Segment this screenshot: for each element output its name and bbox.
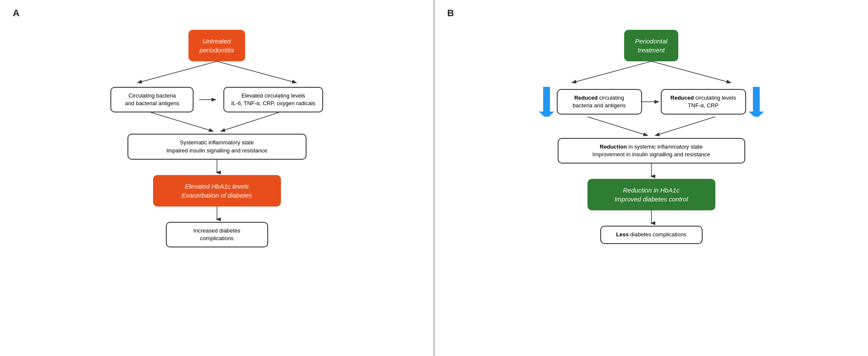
down-arrow-svg-1-a <box>212 160 222 175</box>
periodontal-treatment-box: Periodontal treatment <box>624 30 679 61</box>
circulating-bacteria-text: Circulating bacteriaand bacterial antige… <box>125 92 179 106</box>
panel-a-label: A <box>13 8 20 19</box>
svg-line-4 <box>221 112 279 131</box>
complications-text2-a: complications <box>200 235 234 241</box>
down-arrow-svg-1-b <box>646 164 657 179</box>
svg-line-15 <box>656 117 715 135</box>
svg-marker-10 <box>539 112 554 117</box>
svg-line-3 <box>151 112 213 131</box>
blue-arrow-left-svg <box>539 87 554 117</box>
hba1c-text2-b: Improved diabetes control <box>614 195 688 203</box>
svg-line-0 <box>138 61 217 83</box>
untreated-text1: Untreated <box>203 37 231 45</box>
circulating-bacteria-box: Circulating bacteriaand bacterial antige… <box>110 87 194 112</box>
reduced-levels-bold: Reduced <box>671 95 694 101</box>
hba1c-text1-a: Elevated HbA1c levels <box>185 183 249 190</box>
reduced-bacteria-box: Reduced circulatingbacteria and antigens <box>557 89 642 115</box>
branch-svg-a <box>68 61 366 87</box>
branch-arrows-b <box>485 61 818 87</box>
untreated-text2: periodontitis <box>200 46 234 54</box>
periodontal-text2: treatment <box>638 46 665 54</box>
down-arrow-svg-2-a <box>212 207 222 222</box>
down-arrow-1-a <box>212 160 222 175</box>
complications-box-a: Increased diabetes complications <box>166 222 268 247</box>
inflammatory-text1-a: Systematic inflammatory state <box>180 139 254 146</box>
panel-a-flow: Untreated periodontitis Circulating bact… <box>9 30 425 247</box>
down-arrow-2-b <box>646 210 657 226</box>
svg-line-8 <box>651 61 730 83</box>
svg-rect-9 <box>543 87 550 112</box>
panel-b-label: B <box>447 8 454 19</box>
right-arrow-svg-a <box>199 96 218 103</box>
complications-box-b: Less diabetes complications <box>600 226 703 244</box>
convergence-svg-b <box>513 117 790 138</box>
right-arrow-svg-b <box>642 98 661 105</box>
right-arrow-b <box>642 98 661 105</box>
branch-svg-b <box>485 61 818 87</box>
improvement-text: Improvement in insulin signalling and re… <box>592 151 710 158</box>
hba1c-box-a: Elevated HbA1c levels Exacerbation of di… <box>153 175 281 207</box>
reduced-levels-box: Reduced circulating levelsTNF-α, CRP <box>661 89 746 115</box>
elevated-circulating-text: Elevated circulating levelsIL-6, TNF-α, … <box>231 92 315 106</box>
panel-b: B Periodontal treatment <box>434 0 868 356</box>
inflammatory-state-box-a: Systematic inflammatory state Impaired i… <box>127 134 307 159</box>
convergence-arrows-a <box>89 112 345 134</box>
svg-line-7 <box>573 61 651 83</box>
down-arrow-2-a <box>212 207 222 222</box>
panel-a: A Untreated periodontitis <box>0 0 434 356</box>
reduction-text1: in systemic inflammatory state <box>628 144 703 150</box>
periodontal-text1: Periodontal <box>635 37 668 45</box>
svg-marker-13 <box>749 112 764 117</box>
less-bold: Less <box>616 231 629 238</box>
blue-arrow-right-svg <box>749 87 764 117</box>
panel-b-flow: Periodontal treatment <box>443 30 859 244</box>
panel-b-split-row: Reduced circulatingbacteria and antigens… <box>443 87 859 117</box>
svg-rect-12 <box>753 87 760 112</box>
blue-arrow-left <box>539 87 554 117</box>
branch-arrows-a <box>68 61 366 87</box>
hba1c-text2-a: Exacerbation of diabetes <box>182 192 252 199</box>
down-arrow-svg-2-b <box>646 210 657 226</box>
elevated-circulating-box: Elevated circulating levelsIL-6, TNF-α, … <box>223 87 323 112</box>
less-text: diabetes complications <box>630 231 686 238</box>
complications-text1-a: Increased diabetes <box>194 227 240 234</box>
reduction-bold: Reduction <box>600 144 627 150</box>
hba1c-text1-b: Reduction in HbA1c <box>623 187 680 194</box>
untreated-periodontitis-box: Untreated periodontitis <box>188 30 245 61</box>
reduced-levels-text: circulating levelsTNF-α, CRP <box>688 95 736 109</box>
svg-line-14 <box>587 117 647 135</box>
convergence-svg-a <box>89 112 345 134</box>
blue-arrow-right <box>749 87 764 117</box>
panel-a-split-row: Circulating bacteriaand bacterial antige… <box>9 87 425 112</box>
convergence-arrows-b <box>513 117 790 138</box>
inflammatory-text2-a: Impaired insulin signalling and resistan… <box>166 147 267 154</box>
reduced-bacteria-bold: Reduced <box>574 95 598 101</box>
down-arrow-1-b <box>646 164 657 179</box>
hba1c-box-b: Reduction in HbA1c Improved diabetes con… <box>587 179 715 210</box>
right-arrow-a <box>198 96 219 103</box>
svg-line-1 <box>217 61 296 83</box>
inflammatory-state-box-b: Reduction in systemic inflammatory state… <box>558 138 745 164</box>
